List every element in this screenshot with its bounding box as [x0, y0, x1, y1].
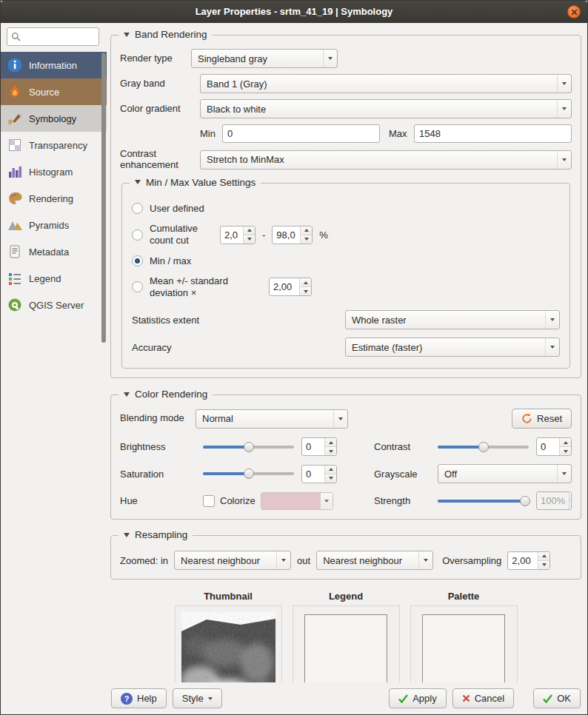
brightness-spin[interactable]: 0 [301, 437, 337, 456]
contrast-enhancement-label: Contrast enhancement [120, 149, 194, 171]
grayscale-combo[interactable]: Off [438, 464, 572, 483]
chevron-down-icon[interactable] [323, 50, 337, 67]
color-gradient-combo[interactable]: Black to white [200, 99, 572, 118]
colorize-color-swatch[interactable] [261, 492, 333, 510]
style-button[interactable]: Style [173, 688, 222, 708]
titlebar[interactable]: Layer Properties - srtm_41_19 | Symbolog… [1, 1, 587, 23]
spin-down-button[interactable] [569, 501, 572, 509]
mean-std-radio[interactable] [132, 281, 143, 292]
spin-down-button[interactable] [301, 235, 312, 244]
chevron-down-icon[interactable] [557, 151, 571, 169]
spin-up-button[interactable] [325, 466, 336, 474]
chevron-down-icon[interactable] [557, 75, 571, 93]
brightness-slider[interactable] [203, 441, 294, 453]
chevron-down-icon[interactable] [557, 100, 571, 118]
close-button[interactable] [567, 5, 581, 19]
sidebar-item-qgis-server[interactable]: QGIS Server [1, 292, 107, 318]
statistics-extent-combo[interactable]: Whole raster [345, 310, 560, 329]
sidebar-item-pyramids[interactable]: Pyramids [1, 212, 107, 238]
sidebar-search-input[interactable] [24, 31, 90, 43]
contrast-slider[interactable] [438, 441, 529, 453]
zoomed-out-combo[interactable]: Nearest neighbour [316, 551, 433, 570]
oversampling-spin[interactable]: 2,00 [507, 551, 550, 570]
sidebar-item-metadata[interactable]: Metadata [1, 238, 107, 265]
accuracy-combo[interactable]: Estimate (faster) [345, 338, 560, 357]
sidebar-item-information[interactable]: Information [1, 52, 107, 78]
zoomed-in-label: Zoomed: in [120, 555, 168, 566]
spin-up-button[interactable] [325, 438, 336, 447]
collapse-icon [135, 180, 141, 184]
slider-handle[interactable] [244, 442, 254, 452]
zoomed-in-combo[interactable]: Nearest neighbour [174, 551, 291, 570]
spin-down-button[interactable] [300, 287, 311, 295]
chevron-down-icon[interactable] [545, 311, 559, 329]
sidebar-item-rendering[interactable]: Rendering [1, 185, 107, 212]
chevron-down-icon[interactable] [276, 551, 290, 569]
chevron-down-icon[interactable] [320, 493, 333, 509]
strength-spin[interactable]: 100% [536, 491, 572, 510]
chevron-down-icon[interactable] [557, 465, 571, 483]
color-gradient-label: Color gradient [120, 104, 200, 115]
spin-up-button[interactable] [244, 226, 255, 235]
min-max-label: Min / max [150, 255, 191, 267]
saturation-slider[interactable] [203, 468, 294, 480]
apply-button[interactable]: Apply [389, 688, 447, 708]
slider-handle[interactable] [520, 496, 530, 506]
sidebar-item-label: Symbology [29, 113, 76, 124]
sidebar-item-symbology[interactable]: Symbology [1, 105, 107, 132]
color-rendering-group-header[interactable]: Color Rendering [118, 389, 213, 400]
sidebar-search-box[interactable] [7, 27, 99, 46]
ok-button[interactable]: OK [533, 688, 581, 708]
mean-std-spin[interactable]: 2,00 [269, 278, 312, 296]
resampling-group-header[interactable]: Resampling [118, 529, 193, 540]
chevron-down-icon[interactable] [545, 338, 559, 356]
chevron-down-icon[interactable] [333, 410, 347, 428]
user-defined-radio[interactable] [132, 203, 143, 214]
cumulative-count-cut-radio[interactable] [132, 229, 143, 241]
min-input[interactable]: 0 [222, 124, 380, 143]
contrast-spin[interactable]: 0 [536, 437, 572, 456]
spin-down-button[interactable] [325, 447, 336, 455]
cancel-button[interactable]: Cancel [452, 688, 514, 708]
sidebar-item-histogram[interactable]: Histogram [1, 158, 107, 185]
spin-down-button[interactable] [325, 474, 336, 483]
pyramids-icon [6, 217, 24, 233]
qgis-server-icon [6, 297, 24, 313]
max-input[interactable]: 1548 [414, 124, 572, 143]
chevron-down-icon[interactable] [418, 551, 432, 569]
spin-up-button[interactable] [300, 278, 311, 287]
spin-up-button[interactable] [538, 552, 549, 561]
close-icon [571, 9, 578, 16]
sidebar-scrollbar[interactable] [101, 53, 106, 343]
cumulative-low-spin[interactable]: 2,0 [220, 226, 255, 244]
saturation-spin[interactable]: 0 [301, 465, 337, 483]
slider-handle[interactable] [478, 442, 489, 452]
render-type-combo[interactable]: Singleband gray [191, 49, 338, 68]
brightness-label: Brightness [120, 441, 196, 452]
spin-up-button[interactable] [569, 492, 572, 501]
band-rendering-group-header[interactable]: Band Rendering [118, 29, 213, 40]
contrast-enhancement-combo[interactable]: Stretch to MinMax [200, 150, 572, 169]
slider-handle[interactable] [244, 469, 254, 479]
colorize-checkbox[interactable] [203, 495, 215, 507]
sidebar-list: Information Source Symbology Transparenc… [1, 52, 107, 318]
help-button[interactable]: ? Help [111, 688, 167, 708]
sidebar-item-transparency[interactable]: Transparency [1, 132, 107, 158]
spin-down-button[interactable] [244, 235, 255, 244]
sidebar-item-legend[interactable]: Legend [1, 265, 107, 292]
cumulative-high-spin[interactable]: 98,0 [272, 226, 313, 244]
spin-up-button[interactable] [560, 438, 571, 447]
strength-slider[interactable] [438, 495, 529, 507]
min-max-radio[interactable] [132, 255, 143, 266]
spin-up-button[interactable] [301, 226, 312, 235]
sidebar-item-source[interactable]: Source [1, 78, 107, 105]
sidebar-item-label: Source [29, 87, 59, 98]
reset-button[interactable]: Reset [512, 409, 572, 429]
color-rendering-group: Color Rendering Blending mode Normal Res… [110, 395, 581, 520]
blending-mode-combo[interactable]: Normal [196, 409, 348, 429]
spin-down-button[interactable] [538, 561, 549, 569]
minmax-settings-group-header[interactable]: Min / Max Value Settings [130, 177, 261, 188]
spin-down-button[interactable] [560, 447, 571, 455]
group-title-label: Band Rendering [135, 29, 207, 40]
gray-band-combo[interactable]: Band 1 (Gray) [200, 74, 572, 93]
